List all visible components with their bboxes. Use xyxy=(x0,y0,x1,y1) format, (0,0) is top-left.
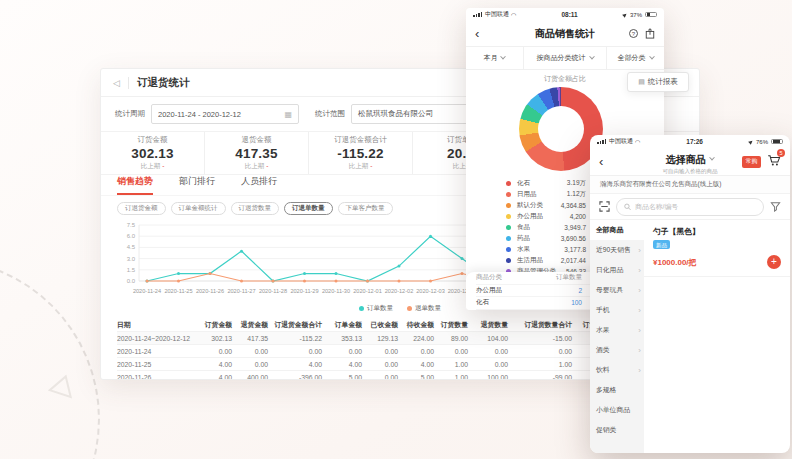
report-center-button[interactable]: ▤ 统计报表 xyxy=(627,72,689,92)
legend-dot xyxy=(506,258,511,263)
filter-dropdown[interactable]: 本月 xyxy=(466,47,524,69)
quick-buy-badge[interactable]: 常购 xyxy=(742,156,761,168)
metric-pill[interactable]: 订退货数量 xyxy=(231,202,280,215)
sheet-column-header: 订单数量 xyxy=(538,273,582,282)
product-card[interactable]: 勺子【黑色】新品¥1000.00/把+ xyxy=(644,220,790,277)
stat-value: 417.35 xyxy=(235,146,278,161)
carrier-label: 中国联通 xyxy=(485,10,509,19)
location-icon xyxy=(748,139,754,145)
legend-item[interactable]: 退单数量 xyxy=(407,304,441,313)
filter-dropdown-label: 全部分类 xyxy=(618,53,646,63)
sidebar-item[interactable]: 促销类 xyxy=(590,420,644,440)
report-tab[interactable]: 人员排行 xyxy=(241,175,277,195)
metric-pill[interactable]: 订退单数量 xyxy=(284,202,333,215)
report-tab[interactable]: 销售趋势 xyxy=(117,175,153,195)
report-icon: ▤ xyxy=(638,78,645,86)
table-cell: 0.00 xyxy=(473,348,513,355)
table-cell: 400.00 xyxy=(237,374,273,381)
chevron-down-icon xyxy=(501,54,507,60)
sheet-order-count: 2 xyxy=(538,287,582,294)
stat-compare: 比上期- xyxy=(245,162,269,171)
carrier-label: 中国联通 xyxy=(609,137,633,146)
column-header: 日期 xyxy=(117,320,201,330)
sidebar-item[interactable]: 水果› xyxy=(590,320,644,340)
stat-card: 退货金额417.35比上期- xyxy=(205,132,309,174)
compare-label: 比上期 xyxy=(245,162,265,169)
sidebar-item[interactable]: 手机› xyxy=(590,300,644,320)
chevron-right-icon: › xyxy=(638,266,641,275)
clock-label: 17:26 xyxy=(640,138,749,145)
marketing-canvas: ◁ 订退货统计 统计周期 2020-11-24 - 2020-12-12 ▦ 统… xyxy=(0,0,792,459)
product-name: 勺子【黑色】 xyxy=(653,226,781,237)
stat-value: 302.13 xyxy=(131,146,174,161)
svg-text:6.0: 6.0 xyxy=(127,233,136,239)
page-title: 订退货统计 xyxy=(137,76,190,90)
search-input[interactable] xyxy=(635,203,756,210)
help-icon[interactable]: ? xyxy=(629,29,638,38)
legend-dot xyxy=(506,247,511,252)
titlebar-divider xyxy=(128,77,129,89)
category-name: 水果 xyxy=(517,245,564,254)
chevron-down-icon xyxy=(649,54,655,60)
search-row xyxy=(590,194,790,220)
chevron-down-icon xyxy=(589,54,595,60)
svg-text:2020-11-30: 2020-11-30 xyxy=(322,288,350,294)
table-cell: 417.35 xyxy=(237,335,273,342)
table-cell: 0.00 xyxy=(367,374,403,381)
add-to-cart-button[interactable]: + xyxy=(767,255,781,269)
sidebar-item[interactable]: 多规格 xyxy=(590,380,644,400)
orange-dot-small-decoration xyxy=(38,316,47,325)
cart-button[interactable]: 5 xyxy=(767,153,781,171)
table-cell: 104.00 xyxy=(473,335,513,342)
search-input-box[interactable] xyxy=(616,198,764,216)
metric-pill[interactable]: 下单客户数量 xyxy=(338,202,393,215)
sidebar-item[interactable]: 母婴玩具› xyxy=(590,280,644,300)
product-tags: 新品 xyxy=(653,240,781,249)
legend-item[interactable]: 订单数量 xyxy=(359,304,393,313)
category-value: 2,017.44 xyxy=(561,257,586,264)
stat-label: 订退货金额合计 xyxy=(334,135,387,145)
filter-dropdown[interactable]: 按商品分类统计 xyxy=(524,47,607,69)
table-cell: 0.00 xyxy=(367,348,403,355)
metric-pill[interactable]: 订退货金额 xyxy=(117,202,166,215)
sidebar-item[interactable]: 近90天销售› xyxy=(590,240,644,260)
table-cell: -99.00 xyxy=(513,374,577,381)
sidebar-item-label: 促销类 xyxy=(596,425,616,435)
date-range-input[interactable]: 2020-11-24 - 2020-12-12 ▦ xyxy=(151,104,299,124)
sidebar-item-label: 母婴玩具 xyxy=(596,285,623,295)
table-cell: 4.00 xyxy=(327,361,367,368)
column-header: 退货金额 xyxy=(237,320,273,330)
table-cell: 2020-11-25 xyxy=(117,361,201,368)
signal-icon xyxy=(597,139,606,144)
product-price: ¥1000.00/把 xyxy=(653,257,697,268)
table-cell: 0.00 xyxy=(367,361,403,368)
product-price-row: ¥1000.00/把+ xyxy=(653,255,781,269)
column-header: 退货数量 xyxy=(473,320,513,330)
product-list: 勺子【黑色】新品¥1000.00/把+ xyxy=(644,220,790,453)
sidebar-item[interactable]: 全部商品 xyxy=(590,220,644,240)
category-value: 3,177.8 xyxy=(564,246,586,253)
chevron-right-icon: › xyxy=(638,286,641,295)
phone1-navbar: ‹ 商品销售统计 ? xyxy=(466,21,664,47)
table-cell: 89.00 xyxy=(439,335,473,342)
filter-dropdown[interactable]: 全部分类 xyxy=(607,47,664,69)
legend-dot xyxy=(359,306,364,311)
filter-funnel-icon[interactable] xyxy=(770,201,781,212)
metric-pill[interactable]: 订单金额统计 xyxy=(171,202,226,215)
category-name: 化石 xyxy=(517,179,567,188)
sidebar-item[interactable]: 饮料› xyxy=(590,360,644,380)
phone2-title: 选择商品 xyxy=(666,154,706,165)
report-tab[interactable]: 部门排行 xyxy=(179,175,215,195)
share-icon[interactable] xyxy=(645,28,655,39)
sidebar-item[interactable]: 小单位商品 xyxy=(590,400,644,420)
sidebar-item[interactable]: 酒类› xyxy=(590,340,644,360)
category-value: 3.19万 xyxy=(567,179,586,188)
sidebar-item[interactable]: 日化用品› xyxy=(590,260,644,280)
category-name: 默认分类 xyxy=(517,201,561,210)
collapse-icon[interactable]: ◁ xyxy=(113,78,120,88)
table-cell: 4.00 xyxy=(403,361,439,368)
category-value: 1.12万 xyxy=(567,190,586,199)
location-icon xyxy=(622,12,628,18)
svg-text:2020-12-02: 2020-12-02 xyxy=(385,288,414,294)
scan-icon[interactable] xyxy=(599,201,610,212)
